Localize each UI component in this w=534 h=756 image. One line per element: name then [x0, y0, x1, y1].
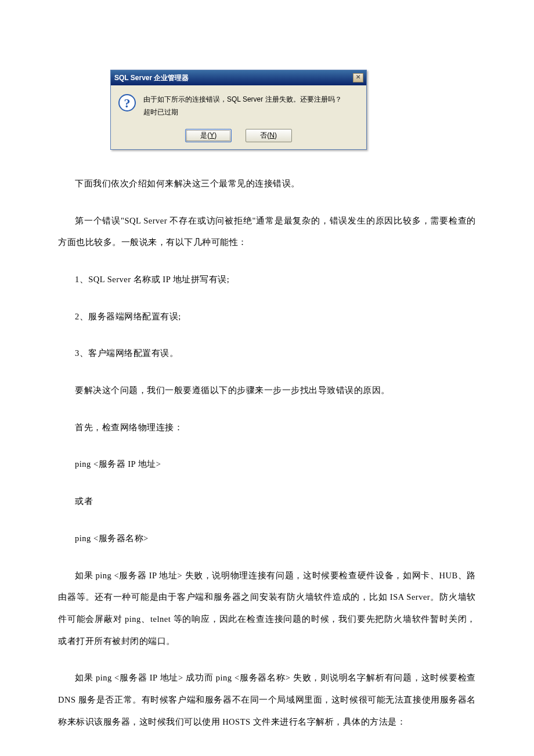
dialog-message-line1: 由于如下所示的连接错误，SQL Server 注册失败。还要注册吗？ — [143, 93, 359, 106]
dialog-titlebar: SQL Server 企业管理器 ✕ — [111, 70, 366, 85]
svg-text:?: ? — [124, 96, 131, 110]
paragraph: 或者 — [58, 491, 476, 513]
paragraph: 如果 ping <服务器 IP 地址> 失败，说明物理连接有问题，这时候要检查硬… — [58, 565, 476, 653]
paragraph: 下面我们依次介绍如何来解决这三个最常见的连接错误。 — [58, 173, 476, 195]
no-button[interactable]: 否(N) — [246, 129, 292, 142]
list-item: 2、服务器端网络配置有误; — [58, 306, 476, 328]
paragraph: 如果 ping <服务器 IP 地址> 成功而 ping <服务器名称> 失败，… — [58, 667, 476, 733]
dialog-screenshot: SQL Server 企业管理器 ✕ ? 由于如下所示的连接错误，SQL Ser… — [110, 70, 476, 150]
code-line: ping <服务器名称> — [58, 528, 476, 550]
message-dialog: SQL Server 企业管理器 ✕ ? 由于如下所示的连接错误，SQL Ser… — [110, 70, 367, 150]
code-line: ping <服务器 IP 地址> — [58, 453, 476, 476]
dialog-title: SQL Server 企业管理器 — [114, 73, 353, 83]
dialog-message-line2: 超时已过期 — [143, 106, 359, 119]
paragraph: 第一个错误"SQL Server 不存在或访问被拒绝"通常是最复杂的，错误发生的… — [58, 210, 476, 254]
list-item: 1、SQL Server 名称或 IP 地址拼写有误; — [58, 269, 476, 291]
paragraph: 要解决这个问题，我们一般要遵循以下的步骤来一步一步找出导致错误的原因。 — [58, 380, 476, 402]
question-icon: ? — [118, 93, 136, 112]
close-icon[interactable]: ✕ — [353, 73, 363, 82]
dialog-message: 由于如下所示的连接错误，SQL Server 注册失败。还要注册吗？ 超时已过期 — [143, 93, 359, 118]
paragraph: 首先，检查网络物理连接： — [58, 417, 476, 439]
yes-button[interactable]: 是(Y) — [185, 129, 232, 142]
list-item: 3、客户端网络配置有误。 — [58, 343, 476, 365]
